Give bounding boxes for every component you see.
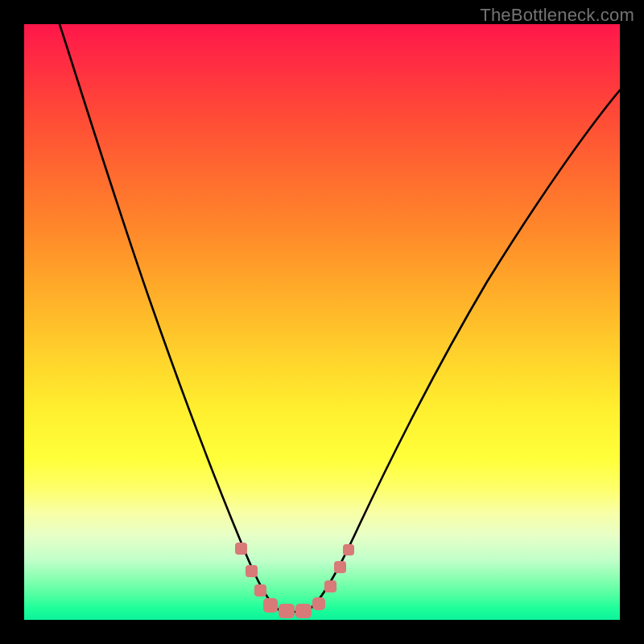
bottleneck-curve	[24, 24, 620, 620]
svg-rect-4	[279, 604, 295, 618]
svg-rect-1	[246, 565, 258, 577]
svg-rect-5	[295, 604, 312, 618]
watermark-text: TheBottleneck.com	[480, 5, 634, 26]
chart-container: TheBottleneck.com	[0, 0, 644, 644]
svg-rect-0	[235, 543, 247, 555]
svg-rect-8	[334, 561, 346, 573]
svg-rect-9	[343, 544, 354, 555]
curve-path	[60, 24, 620, 612]
svg-rect-6	[312, 597, 325, 610]
svg-rect-7	[324, 580, 336, 592]
optimal-markers	[235, 543, 354, 618]
plot-area	[24, 24, 620, 620]
svg-rect-2	[254, 584, 266, 597]
svg-rect-3	[263, 598, 278, 613]
